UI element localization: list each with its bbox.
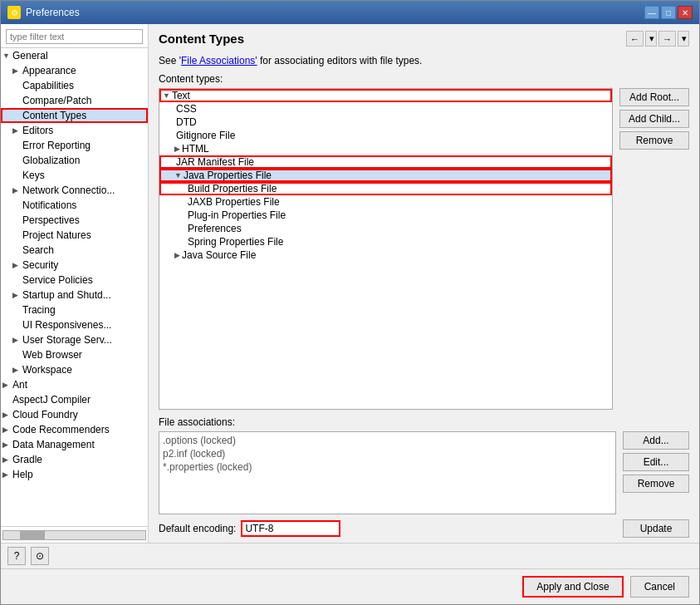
sidebar-horizontal-scrollbar[interactable]: [2, 530, 146, 540]
sidebar-label-notif: Notifications: [22, 199, 76, 211]
file-assoc-label: File associations:: [159, 416, 689, 428]
sidebar-label-editors: Editors: [22, 125, 53, 136]
sidebar-item-project-natures[interactable]: Project Natures: [1, 228, 148, 243]
sidebar-item-appearance[interactable]: ▶ Appearance: [1, 63, 148, 78]
sidebar-item-service-policies[interactable]: Service Policies: [1, 273, 148, 288]
encoding-label: Default encoding:: [159, 523, 236, 534]
content-type-build-properties[interactable]: Build Properties File: [159, 182, 612, 195]
sidebar-item-globalization[interactable]: Globalization: [1, 153, 148, 168]
expand-javaprop-icon: ▼: [174, 171, 182, 180]
description-prefix: See ': [159, 55, 181, 66]
sidebar-label-compare: Compare/Patch: [22, 95, 91, 106]
update-button[interactable]: Update: [623, 519, 689, 538]
expand-gradle-icon: ▶: [2, 455, 12, 464]
sidebar-item-notifications[interactable]: Notifications: [1, 198, 148, 213]
sidebar-item-content-types[interactable]: Content Types: [1, 108, 148, 123]
main-title: Content Types: [159, 32, 244, 46]
sidebar-item-code-recommenders[interactable]: ▶ Code Recommenders: [1, 422, 148, 437]
filter-box: [1, 24, 148, 48]
sidebar-item-keys[interactable]: Keys: [1, 168, 148, 183]
sidebar-label-gradle: Gradle: [12, 454, 42, 465]
sidebar-item-security[interactable]: ▶ Security: [1, 258, 148, 273]
sidebar-item-gradle[interactable]: ▶ Gradle: [1, 452, 148, 467]
sidebar-bottom: [1, 526, 148, 543]
sidebar-item-general[interactable]: ▼ General: [1, 48, 148, 63]
sidebar-item-editors[interactable]: ▶ Editors: [1, 123, 148, 138]
content-type-gitignore[interactable]: Gitignore File: [159, 129, 612, 142]
sidebar-item-capabilities[interactable]: Capabilities: [1, 78, 148, 93]
expand-html-icon: ▶: [174, 145, 180, 153]
content-type-java-properties[interactable]: ▼ Java Properties File: [159, 169, 612, 182]
filter-input[interactable]: [6, 29, 143, 44]
encoding-input[interactable]: [241, 520, 340, 537]
content-type-plugin-properties[interactable]: Plug-in Properties File: [159, 209, 612, 222]
sidebar-label-webbrow: Web Browser: [22, 349, 82, 361]
content-type-dtd[interactable]: DTD: [159, 116, 612, 129]
assoc-add-button[interactable]: Add...: [623, 431, 689, 450]
sidebar-item-network[interactable]: ▶ Network Connectio...: [1, 183, 148, 198]
sidebar-item-workspace[interactable]: ▶ Workspace: [1, 362, 148, 377]
sidebar-item-startup[interactable]: ▶ Startup and Shutd...: [1, 288, 148, 302]
sidebar-item-search[interactable]: Search: [1, 243, 148, 258]
close-button[interactable]: ✕: [678, 6, 693, 19]
content-type-java-source[interactable]: ▶ Java Source File: [159, 248, 612, 262]
forward-dropdown-button[interactable]: ▾: [678, 31, 689, 47]
expand-editors-icon: ▶: [12, 126, 22, 135]
description: See 'File Associations' for associating …: [159, 55, 689, 66]
sidebar-item-ant[interactable]: ▶ Ant: [1, 377, 148, 392]
assoc-item-options: .options (locked): [161, 434, 614, 447]
info-button[interactable]: ⊙: [31, 547, 49, 565]
assoc-remove-button[interactable]: Remove: [623, 475, 689, 493]
expand-startup-icon: ▶: [12, 291, 22, 299]
sidebar-label-network: Network Connectio...: [22, 184, 115, 196]
help-button[interactable]: ?: [7, 547, 26, 565]
content-type-html[interactable]: ▶ HTML: [159, 142, 612, 155]
sidebar-item-perspectives[interactable]: Perspectives: [1, 213, 148, 228]
content-type-text[interactable]: ▼ Text: [159, 89, 612, 102]
content-type-css[interactable]: CSS: [159, 102, 612, 116]
maximize-button[interactable]: □: [661, 6, 676, 19]
file-assoc-list[interactable]: .options (locked) p2.inf (locked) *.prop…: [159, 431, 616, 514]
back-dropdown-button[interactable]: ▾: [645, 31, 657, 47]
preferences-window: ⚙ Preferences — □ ✕ ▼ General: [0, 0, 700, 605]
cancel-button[interactable]: Cancel: [630, 576, 689, 598]
encoding-section: Default encoding: Update: [159, 519, 689, 538]
main-content: Content Types ← ▾ → ▾ See 'File Associat…: [149, 24, 699, 543]
content-type-spring[interactable]: Spring Properties File: [159, 235, 612, 248]
sidebar-item-cloud-foundry[interactable]: ▶ Cloud Foundry: [1, 407, 148, 422]
content-type-jar-manifest[interactable]: JAR Manifest File: [159, 155, 612, 169]
sidebar-item-tracing[interactable]: Tracing: [1, 302, 148, 317]
assoc-item-properties: *.properties (locked): [161, 460, 614, 474]
sidebar-item-user-storage[interactable]: ▶ User Storage Serv...: [1, 332, 148, 347]
content-types-panel: ▼ Text CSS DTD: [159, 88, 689, 410]
back-button[interactable]: ←: [626, 31, 644, 47]
expand-appearance-icon: ▶: [12, 66, 22, 75]
sidebar-label-security: Security: [22, 259, 58, 271]
sidebar-label-startup: Startup and Shutd...: [22, 289, 111, 301]
assoc-edit-button[interactable]: Edit...: [623, 453, 689, 471]
sidebar-item-error-reporting[interactable]: Error Reporting: [1, 138, 148, 153]
add-root-button[interactable]: Add Root...: [619, 88, 689, 106]
content-type-preferences[interactable]: Preferences: [159, 222, 612, 235]
content-type-text-label: Text: [172, 90, 190, 101]
add-child-button[interactable]: Add Child...: [619, 110, 689, 128]
sidebar-item-help[interactable]: ▶ Help: [1, 467, 148, 482]
bottom-help: ? ⊙: [1, 543, 699, 568]
sidebar-item-web-browser[interactable]: Web Browser: [1, 347, 148, 362]
forward-button[interactable]: →: [658, 31, 676, 47]
content-type-jaxb[interactable]: JAXB Properties File: [159, 195, 612, 209]
sidebar-label-content-types: Content Types: [22, 110, 86, 121]
sidebar-item-ui-resp[interactable]: UI Responsivenes...: [1, 317, 148, 332]
assoc-buttons: Add... Edit... Remove: [623, 431, 689, 514]
minimize-button[interactable]: —: [644, 6, 659, 19]
apply-close-button[interactable]: Apply and Close: [522, 576, 623, 598]
file-associations-link[interactable]: File Associations': [181, 55, 257, 66]
sidebar-item-data-mgmt[interactable]: ▶ Data Management: [1, 437, 148, 452]
description-suffix: for associating editors with file types.: [257, 55, 423, 66]
sidebar-item-aspectj[interactable]: AspectJ Compiler: [1, 392, 148, 407]
tree-container: ▼ General ▶ Appearance Capabiliti: [1, 48, 148, 526]
sidebar-item-compare-patch[interactable]: Compare/Patch: [1, 93, 148, 108]
sidebar-label-cf: Cloud Foundry: [12, 409, 78, 421]
content-types-list[interactable]: ▼ Text CSS DTD: [159, 88, 613, 410]
remove-button[interactable]: Remove: [619, 131, 689, 150]
